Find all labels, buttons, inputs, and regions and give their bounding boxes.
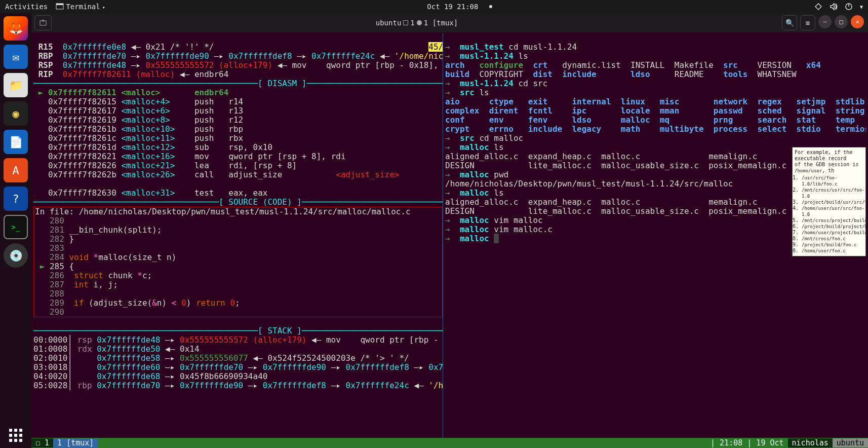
- tooltip-list: /usr/src/foo-1.0/lib/foo.c/mnt/cross/usr…: [802, 175, 863, 254]
- dock-show-apps[interactable]: [9, 429, 22, 442]
- dock-software[interactable]: A: [4, 158, 28, 182]
- tmux-host: ubuntu: [833, 438, 868, 447]
- search-button[interactable]: 🔍: [782, 15, 797, 30]
- dock-files[interactable]: 📁: [4, 73, 28, 97]
- clock[interactable]: Oct 19 21:08: [427, 3, 478, 11]
- dock-firefox[interactable]: 🦊: [4, 16, 28, 41]
- disasm-header: ────────────────────────────────────────…: [33, 79, 443, 88]
- stack-header: ────────────────────────────────────────…: [33, 326, 443, 335]
- dock-help[interactable]: ?: [4, 186, 28, 211]
- source-header: ──────────────────────────────────────[ …: [33, 197, 443, 207]
- system-menu-arrow[interactable]: ▼: [860, 4, 863, 10]
- search-counter: 45/109: [428, 42, 443, 52]
- dock-rhythmbox[interactable]: ◉: [4, 101, 28, 126]
- source-box: In file: /home/nicholas/Desktop/pwn/musl…: [33, 207, 443, 317]
- terminal-window: ubuntu11 [tmux] 🔍 ≡ — □ ✕ R15 0x7ffffffe…: [31, 13, 868, 448]
- minimize-button[interactable]: —: [818, 15, 832, 28]
- activities-button[interactable]: Activities: [5, 3, 48, 11]
- app-menu[interactable]: Terminal: [56, 3, 105, 11]
- gnome-topbar: Activities Terminal Oct 19 21:08 ▼: [0, 0, 868, 13]
- maximize-button[interactable]: □: [835, 15, 848, 28]
- dock-disc[interactable]: 💿: [4, 243, 28, 268]
- window-title: ubuntu11 [tmux]: [52, 19, 782, 27]
- pane-pwndbg[interactable]: R15 0x7ffffffe0e8 ◀— 0x21 /* '!' */ 45/1…: [33, 33, 443, 448]
- dock-writer[interactable]: 📄: [4, 130, 28, 154]
- network-icon[interactable]: [814, 3, 822, 11]
- notification-dot: [489, 5, 492, 8]
- tmux-statusbar: ☐ 1 1 [tmux] | 21:08 | 19 Oct nicholas u…: [31, 438, 868, 448]
- new-tab-button[interactable]: [34, 15, 52, 30]
- power-icon[interactable]: [845, 3, 853, 11]
- volume-icon[interactable]: [830, 3, 838, 11]
- dock-thunderbird[interactable]: ✉: [4, 45, 28, 69]
- gdb-doc-tooltip: For example, if the executable recordof …: [792, 147, 866, 256]
- svg-rect-1: [56, 4, 63, 5]
- ubuntu-dock: 🦊 ✉ 📁 ◉ 📄 A ? >_ 💿: [0, 13, 31, 448]
- tmux-session[interactable]: ☐ 1: [31, 438, 53, 447]
- terminal-titlebar: ubuntu11 [tmux] 🔍 ≡ — □ ✕: [31, 13, 868, 32]
- close-button[interactable]: ✕: [851, 15, 864, 28]
- tmux-clock: | 21:08 | 19 Oct: [706, 438, 788, 447]
- tmux-user: nicholas: [788, 438, 833, 447]
- dock-terminal[interactable]: >_: [4, 215, 28, 239]
- hamburger-menu[interactable]: ≡: [800, 15, 815, 30]
- tmux-window[interactable]: 1 [tmux]: [53, 438, 98, 447]
